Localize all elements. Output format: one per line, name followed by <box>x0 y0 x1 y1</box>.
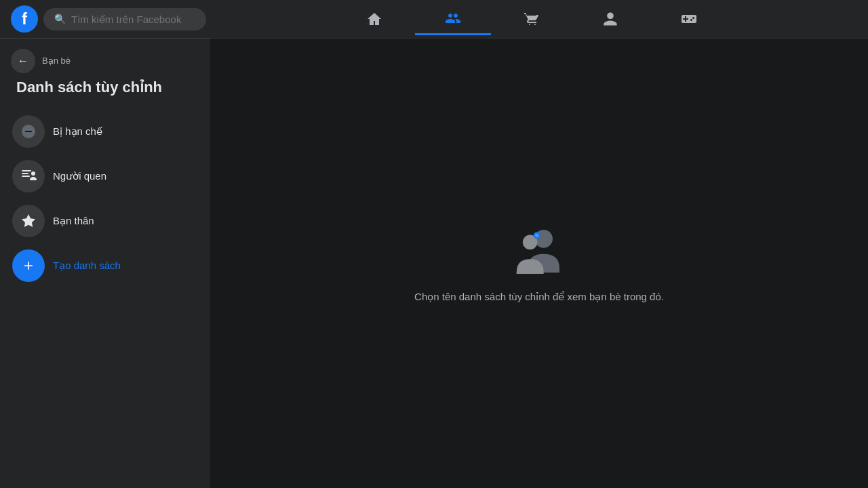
sidebar-back: ← Bạn bè <box>11 49 199 73</box>
person-list-icon <box>20 168 37 184</box>
nav-center <box>206 3 857 35</box>
content-area: Chọn tên danh sách tùy chỉnh để xem bạn … <box>210 38 868 488</box>
acquaintance-label: Người quen <box>53 170 106 182</box>
svg-point-7 <box>31 171 35 176</box>
svg-point-1 <box>534 24 536 25</box>
content-message: Chọn tên danh sách tùy chỉnh để xem bạn … <box>414 291 664 303</box>
nav-left: f 🔍 <box>11 5 206 33</box>
profile-icon <box>602 11 618 27</box>
svg-rect-6 <box>22 176 30 177</box>
main-layout: ← Bạn bè Danh sách tùy chỉnh Bị hạn chế <box>0 0 868 488</box>
marketplace-icon <box>524 11 540 27</box>
breadcrumb: Bạn bè <box>42 56 71 66</box>
gaming-icon <box>681 11 697 27</box>
search-input[interactable] <box>71 14 195 25</box>
search-bar[interactable]: 🔍 <box>43 8 206 30</box>
nav-home-button[interactable] <box>336 3 412 35</box>
restricted-label: Bị hạn chế <box>53 125 102 138</box>
sidebar: ← Bạn bè Danh sách tùy chỉnh Bị hạn chế <box>0 38 210 488</box>
nav-marketplace-button[interactable] <box>494 3 570 35</box>
close-friends-icon <box>12 205 45 237</box>
top-navigation: f 🔍 <box>0 0 868 38</box>
empty-illustration <box>505 223 573 277</box>
svg-point-0 <box>529 24 530 25</box>
close-friends-label: Bạn thân <box>53 215 94 227</box>
minus-circle-icon <box>20 123 37 140</box>
svg-point-11 <box>535 234 538 237</box>
friends-icon <box>445 10 461 26</box>
home-icon <box>366 11 382 27</box>
restricted-icon <box>12 115 45 148</box>
nav-gaming-button[interactable] <box>651 3 727 35</box>
plus-icon <box>22 259 35 272</box>
facebook-logo[interactable]: f <box>11 5 38 33</box>
sidebar-title: Danh sách tùy chỉnh <box>11 79 199 104</box>
nav-friends-button[interactable] <box>415 3 491 35</box>
sidebar-item-restricted[interactable]: Bị hạn chế <box>5 110 205 153</box>
sidebar-item-close-friends[interactable]: Bạn thân <box>5 199 205 243</box>
svg-rect-4 <box>22 170 31 171</box>
sidebar-item-acquaintance[interactable]: Người quen <box>5 155 205 198</box>
sidebar-item-create[interactable]: Tạo danh sách <box>5 244 205 287</box>
svg-rect-3 <box>25 131 32 132</box>
svg-rect-5 <box>22 173 28 174</box>
search-icon: 🔍 <box>54 14 66 24</box>
back-button[interactable]: ← <box>11 49 35 73</box>
sidebar-header: ← Bạn bè Danh sách tùy chỉnh <box>5 49 205 110</box>
acquaintance-icon <box>12 160 45 192</box>
create-label: Tạo danh sách <box>53 260 121 272</box>
create-list-icon <box>12 249 45 282</box>
nav-profile-button[interactable] <box>572 3 648 35</box>
star-icon <box>20 213 37 229</box>
